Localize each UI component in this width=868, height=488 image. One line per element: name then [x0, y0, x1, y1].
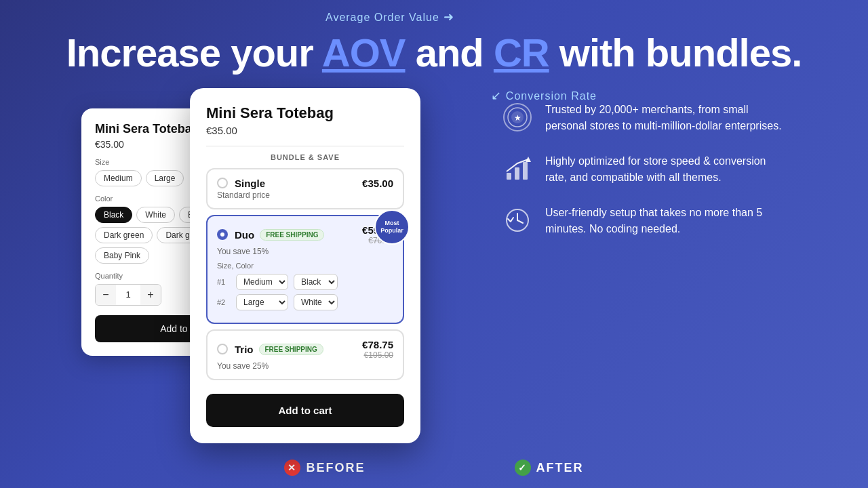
feature-merchants-text: Trusted by 20,000+ merchants, from small…: [545, 102, 787, 134]
after-product-price: €35.00: [206, 125, 404, 136]
variant-num-2: #2: [217, 298, 231, 306]
main-headline: Increase your AOV and CR with bundles.: [0, 31, 868, 75]
after-add-to-cart-button[interactable]: Add to cart: [206, 394, 404, 427]
variant-num-1: #1: [217, 278, 231, 286]
most-popular-badge: MostPopular: [374, 209, 410, 245]
bundle-name-trio: Trio: [235, 344, 254, 355]
svg-rect-6: [523, 162, 528, 180]
qty-decrease-button[interactable]: −: [96, 285, 116, 305]
before-quantity-control: − 1 +: [95, 284, 161, 306]
after-icon: ✓: [515, 460, 531, 476]
conversion-rate-label: Conversion Rate: [491, 88, 597, 103]
variant-selectors-duo: Size, Color #1 MediumLarge BlackWhiteBlu…: [217, 262, 393, 310]
feature-setup: User-friendly setup that takes no more t…: [502, 205, 787, 237]
qty-value: 1: [116, 285, 140, 305]
header: Average Order Value Increase your AOV an…: [0, 0, 868, 81]
after-card: Mini Sera Totebag €35.00 BUNDLE & SAVE S…: [190, 88, 420, 443]
bundle-radio-single: [217, 178, 228, 188]
after-label-text: AFTER: [536, 461, 584, 475]
variant-row-1: #1 MediumLarge BlackWhiteBlue: [217, 274, 393, 290]
feature-merchants: ★ Trusted by 20,000+ merchants, from sma…: [502, 102, 787, 134]
bundle-name-row-single: Single: [235, 178, 265, 189]
size-btn-medium[interactable]: Medium: [95, 170, 142, 186]
variant-color-select-2[interactable]: WhiteBlackBlue: [294, 294, 338, 310]
color-btn-dark-green[interactable]: Dark green: [95, 227, 153, 243]
bundle-subtitle-single: Standard price: [217, 190, 393, 200]
bundle-price-single: €35.00: [362, 178, 393, 189]
before-label: ✕ BEFORE: [284, 460, 365, 476]
avg-order-value-label: Average Order Value: [326, 9, 454, 24]
features-panel: ★ Trusted by 20,000+ merchants, from sma…: [502, 88, 787, 256]
variant-color-select-1[interactable]: BlackWhiteBlue: [294, 274, 338, 290]
free-shipping-badge-duo: FREE SHIPPING: [260, 229, 324, 241]
bundle-name-row-trio: Trio FREE SHIPPING: [235, 344, 323, 355]
bottom-labels: ✕ BEFORE ✓ AFTER: [0, 460, 868, 476]
bundle-radio-duo: [217, 229, 228, 240]
bundle-name-row-duo: Duo FREE SHIPPING: [235, 229, 324, 241]
feature-speed-text: Highly optimized for store speed & conve…: [545, 153, 787, 186]
cards-container: Mini Sera Totebag €35.00 Size Medium Lar…: [81, 88, 475, 386]
headline-cr: CR: [494, 30, 549, 75]
color-btn-black[interactable]: Black: [95, 207, 132, 223]
bundle-option-single[interactable]: Single €35.00 Standard price: [206, 168, 404, 209]
after-product-title: Mini Sera Totebag: [206, 104, 404, 122]
feature-speed: Highly optimized for store speed & conve…: [502, 153, 787, 186]
bundle-name-duo: Duo: [235, 229, 254, 241]
variant-section-label: Size, Color: [217, 262, 254, 270]
bundle-option-duo-header: Duo FREE SHIPPING €59.50 €70.00: [217, 224, 393, 245]
variant-row-2: #2 LargeMedium WhiteBlackBlue: [217, 294, 393, 310]
clock-icon: [502, 205, 533, 236]
svg-line-10: [517, 220, 523, 223]
svg-text:★: ★: [514, 113, 521, 123]
bundle-original-price-trio: €105.00: [362, 350, 393, 360]
bundle-price-trio: €78.75 €105.00: [362, 339, 393, 360]
bundle-name-single: Single: [235, 178, 265, 189]
headline-before: Increase your: [66, 30, 322, 75]
headline-middle: and: [406, 30, 494, 75]
bundle-savings-trio: You save 25%: [217, 361, 393, 371]
size-btn-large[interactable]: Large: [146, 170, 184, 186]
bundle-savings-duo: You save 15%: [217, 247, 393, 256]
headline-aov: AOV: [322, 30, 406, 75]
bundle-option-trio[interactable]: Trio FREE SHIPPING €78.75 €105.00 You sa…: [206, 329, 404, 380]
bundle-price-value-single: €35.00: [362, 178, 393, 189]
variant-size-select-2[interactable]: LargeMedium: [236, 294, 288, 310]
bundle-price-value-trio: €78.75: [362, 339, 393, 350]
before-label-text: BEFORE: [306, 461, 365, 475]
bundle-save-header: BUNDLE & SAVE: [206, 146, 404, 161]
color-btn-baby-pink[interactable]: Baby Pink: [95, 247, 149, 264]
medal-icon: ★: [502, 102, 533, 133]
bundle-option-single-header: Single €35.00: [217, 178, 393, 189]
qty-increase-button[interactable]: +: [140, 285, 161, 305]
bundle-option-duo[interactable]: Duo FREE SHIPPING €59.50 €70.00 You save…: [206, 215, 404, 324]
chart-icon: [502, 153, 533, 184]
content-area: Mini Sera Totebag €35.00 Size Medium Lar…: [0, 81, 868, 393]
bundle-radio-trio: [217, 344, 228, 354]
svg-rect-4: [507, 173, 511, 180]
variant-size-select-1[interactable]: MediumLarge: [236, 274, 288, 290]
before-icon: ✕: [284, 460, 300, 476]
svg-rect-5: [515, 167, 519, 180]
feature-setup-text: User-friendly setup that takes no more t…: [545, 205, 787, 237]
free-shipping-badge-trio: FREE SHIPPING: [259, 344, 323, 355]
after-label: ✓ AFTER: [515, 460, 584, 476]
color-btn-white[interactable]: White: [136, 207, 175, 223]
headline-after: with bundles.: [549, 30, 802, 75]
bundle-option-trio-header: Trio FREE SHIPPING €78.75 €105.00: [217, 339, 393, 360]
